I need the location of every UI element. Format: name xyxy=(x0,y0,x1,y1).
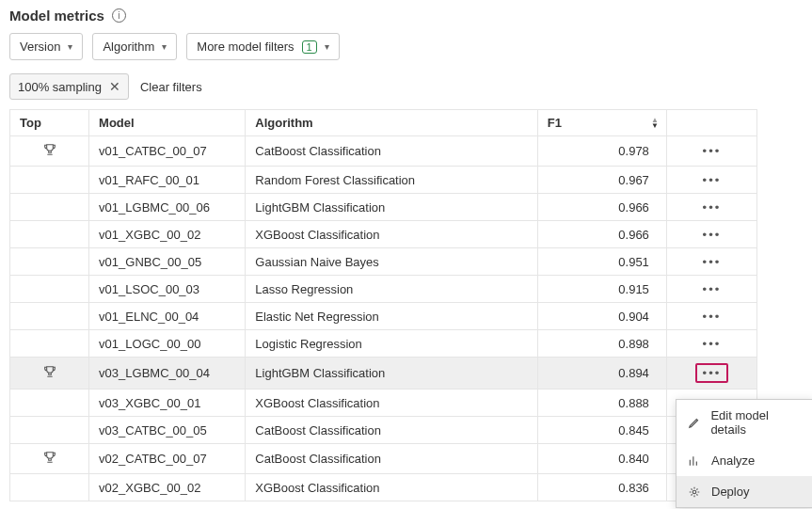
algorithm-cell: XGBoost Classification xyxy=(246,221,537,248)
algorithm-cell: LightGBM Classification xyxy=(246,358,537,390)
f1-cell: 0.951 xyxy=(537,248,666,276)
row-actions[interactable]: ••• xyxy=(666,358,756,390)
top-cell xyxy=(10,330,89,358)
table-row[interactable]: v01_XGBC_00_02XGBoost Classification0.96… xyxy=(10,221,757,248)
row-actions[interactable]: ••• xyxy=(666,330,756,358)
more-icon[interactable]: ••• xyxy=(703,228,722,242)
algorithm-cell: Logistic Regression xyxy=(246,330,537,358)
model-cell: v02_XGBC_00_02 xyxy=(89,474,246,501)
col-model[interactable]: Model xyxy=(89,110,246,136)
info-icon[interactable]: i xyxy=(112,8,126,23)
model-cell: v01_XGBC_00_02 xyxy=(89,221,246,248)
col-top[interactable]: Top xyxy=(10,110,89,136)
model-cell: v01_RAFC_00_01 xyxy=(89,167,246,194)
top-cell xyxy=(10,276,89,303)
more-filters[interactable]: More model filters 1 ▾ xyxy=(186,33,339,60)
top-cell xyxy=(10,194,89,221)
row-actions-menu: Edit model details Analyze Deploy xyxy=(676,399,812,501)
menu-deploy[interactable]: Deploy xyxy=(677,476,812,501)
row-actions[interactable]: ••• xyxy=(666,167,756,194)
algorithm-filter[interactable]: Algorithm ▾ xyxy=(92,33,177,60)
top-cell xyxy=(10,303,89,330)
menu-edit-details[interactable]: Edit model details xyxy=(677,400,812,445)
algorithm-cell: CatBoost Classification xyxy=(246,136,537,167)
chevron-down-icon: ▾ xyxy=(68,41,72,52)
pencil-icon xyxy=(687,416,701,429)
close-icon[interactable]: ✕ xyxy=(109,79,120,94)
more-icon[interactable]: ••• xyxy=(703,144,722,158)
algorithm-cell: Random Forest Classification xyxy=(246,167,537,194)
more-icon[interactable]: ••• xyxy=(695,363,729,383)
algorithm-cell: LightGBM Classification xyxy=(246,194,537,221)
table-row[interactable]: v01_LSOC_00_03Lasso Regression0.915••• xyxy=(10,276,757,303)
chart-icon xyxy=(687,454,702,468)
algorithm-filter-label: Algorithm xyxy=(103,40,154,54)
row-actions[interactable]: ••• xyxy=(666,136,756,167)
menu-edit-label: Edit model details xyxy=(710,408,804,437)
trophy-icon xyxy=(42,142,57,160)
top-cell xyxy=(10,417,89,444)
clear-filters[interactable]: Clear filters xyxy=(140,80,202,94)
top-cell xyxy=(10,358,89,390)
row-actions[interactable]: ••• xyxy=(666,303,756,330)
more-icon[interactable]: ••• xyxy=(703,200,722,215)
table-row[interactable]: v01_RAFC_00_01Random Forest Classificati… xyxy=(10,167,757,194)
table-row[interactable]: v03_LGBMC_00_04LightGBM Classification0.… xyxy=(10,358,757,390)
table-row[interactable]: v02_CATBC_00_07CatBoost Classification0.… xyxy=(10,444,757,474)
menu-analyze[interactable]: Analyze xyxy=(677,445,812,476)
top-cell xyxy=(10,474,89,501)
row-actions[interactable]: ••• xyxy=(666,248,756,276)
f1-cell: 0.978 xyxy=(537,136,666,167)
model-cell: v01_LGBMC_00_06 xyxy=(89,194,246,221)
deploy-icon xyxy=(687,485,702,499)
chevron-down-icon: ▾ xyxy=(162,41,167,52)
page-title: Model metrics xyxy=(9,8,104,24)
algorithm-cell: XGBoost Classification xyxy=(246,390,537,417)
menu-analyze-label: Analyze xyxy=(711,453,755,468)
more-icon[interactable]: ••• xyxy=(703,173,722,187)
col-f1[interactable]: F1 ▲▼ xyxy=(537,110,666,136)
trophy-icon xyxy=(42,364,57,382)
f1-cell: 0.904 xyxy=(537,303,666,330)
more-filters-label: More model filters xyxy=(197,40,294,54)
row-actions[interactable]: ••• xyxy=(666,221,756,248)
f1-cell: 0.845 xyxy=(537,417,666,444)
table-row[interactable]: v01_ELNC_00_04Elastic Net Regression0.90… xyxy=(10,303,757,330)
model-cell: v01_GNBC_00_05 xyxy=(89,248,246,276)
sampling-chip[interactable]: 100% sampling ✕ xyxy=(9,73,129,100)
algorithm-cell: Gaussian Naive Bayes xyxy=(246,248,537,276)
f1-cell: 0.836 xyxy=(537,474,666,501)
col-f1-label: F1 xyxy=(548,116,562,130)
col-algorithm[interactable]: Algorithm xyxy=(246,110,537,136)
table-row[interactable]: v01_GNBC_00_05Gaussian Naive Bayes0.951•… xyxy=(10,248,757,276)
top-cell xyxy=(10,167,89,194)
model-cell: v01_LOGC_00_00 xyxy=(89,330,246,358)
top-cell xyxy=(10,221,89,248)
row-actions[interactable]: ••• xyxy=(666,276,756,303)
sampling-chip-label: 100% sampling xyxy=(18,80,102,94)
row-actions[interactable]: ••• xyxy=(666,194,756,221)
version-filter-label: Version xyxy=(20,40,60,54)
algorithm-cell: CatBoost Classification xyxy=(246,444,537,474)
more-icon[interactable]: ••• xyxy=(703,310,722,324)
table-row[interactable]: v03_XGBC_00_01XGBoost Classification0.88… xyxy=(10,390,757,417)
f1-cell: 0.915 xyxy=(537,276,666,303)
table-row[interactable]: v01_LGBMC_00_06LightGBM Classification0.… xyxy=(10,194,757,221)
model-cell: v03_LGBMC_00_04 xyxy=(89,358,246,390)
table-row[interactable]: v01_LOGC_00_00Logistic Regression0.898••… xyxy=(10,330,757,358)
top-cell xyxy=(10,390,89,417)
more-icon[interactable]: ••• xyxy=(703,337,722,351)
model-cell: v01_ELNC_00_04 xyxy=(89,303,246,330)
table-row[interactable]: v03_CATBC_00_05CatBoost Classification0.… xyxy=(10,417,757,444)
model-cell: v02_CATBC_00_07 xyxy=(89,444,246,474)
version-filter[interactable]: Version ▾ xyxy=(9,33,83,60)
more-icon[interactable]: ••• xyxy=(703,255,722,269)
more-icon[interactable]: ••• xyxy=(703,282,722,296)
table-row[interactable]: v02_XGBC_00_02XGBoost Classification0.83… xyxy=(10,474,757,501)
f1-cell: 0.894 xyxy=(537,358,666,390)
table-row[interactable]: v01_CATBC_00_07CatBoost Classification0.… xyxy=(10,136,757,167)
metrics-table: Top Model Algorithm F1 ▲▼ v01_CATBC_00_0… xyxy=(9,109,757,501)
chevron-down-icon: ▾ xyxy=(325,41,329,52)
f1-cell: 0.888 xyxy=(537,390,666,417)
filter-count-badge: 1 xyxy=(302,40,317,54)
